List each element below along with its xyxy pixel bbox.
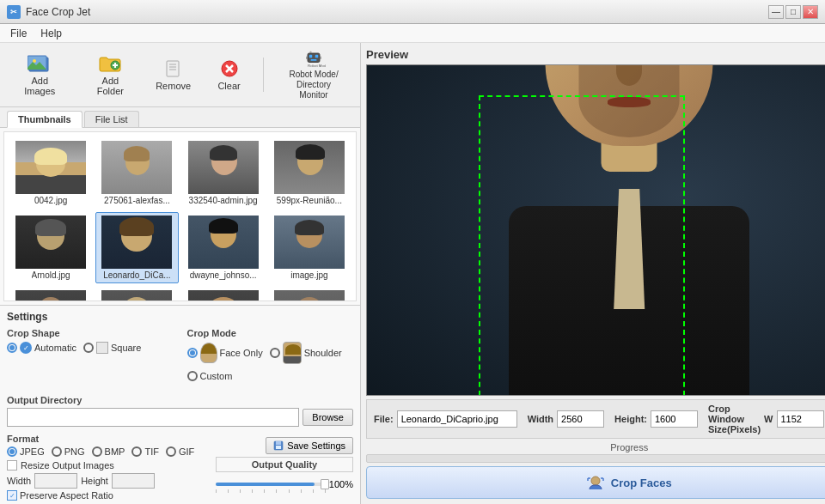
- width-input[interactable]: [557, 410, 604, 428]
- output-dir-input[interactable]: [7, 408, 299, 427]
- thumbnail-item[interactable]: 275061-alexfas...: [95, 137, 178, 209]
- thumbnails-area[interactable]: 0042.jpg 275061-alexfas...: [3, 131, 357, 301]
- format-gif[interactable]: GIF: [166, 446, 194, 457]
- crop-window-section: Crop Window Size(Pixels) W H: [708, 404, 825, 434]
- radio-tif[interactable]: [131, 446, 142, 457]
- tick: [313, 489, 314, 493]
- radio-square[interactable]: [83, 343, 94, 353]
- remove-button[interactable]: Remove: [148, 55, 199, 94]
- save-settings-button[interactable]: Save Settings: [266, 437, 353, 454]
- tick: [264, 489, 265, 493]
- crop-shape-square[interactable]: Square: [83, 342, 141, 354]
- slider-track: [216, 483, 326, 486]
- radio-face-only[interactable]: [187, 348, 198, 358]
- svg-rect-24: [276, 441, 281, 445]
- mouth: [608, 97, 651, 107]
- tabs: Thumbnails File List: [0, 107, 360, 128]
- thumbnail-image: [188, 141, 259, 194]
- radio-bmp[interactable]: [92, 446, 102, 457]
- crop-faces-label: Crop Faces: [611, 477, 672, 489]
- thumbnail-label: 599px-Reunião...: [277, 196, 342, 205]
- file-field: File:: [374, 410, 517, 428]
- thumbnail-image: [15, 141, 86, 194]
- clear-icon: [217, 58, 241, 79]
- tab-file-list[interactable]: File List: [84, 111, 139, 127]
- format-png[interactable]: PNG: [52, 446, 85, 457]
- crop-w-label: W: [764, 414, 773, 424]
- thumbnail-label: image.jpg: [290, 270, 327, 280]
- progress-bar: [366, 454, 825, 463]
- thumbnail-item[interactable]: Arnold.jpg: [9, 212, 92, 283]
- menu-file[interactable]: File: [3, 26, 34, 41]
- info-bar: File: Width Height: Crop Window Size(Pix…: [366, 399, 825, 439]
- robot-label: Robot Mode/Directory Monitor: [281, 70, 346, 100]
- thumbnail-image: [188, 216, 259, 269]
- thumbnail-label: dwayne_johnso...: [190, 270, 257, 280]
- thumbnail-label: 332540-admin.jpg: [189, 196, 258, 205]
- minimize-button[interactable]: —: [768, 5, 784, 19]
- remove-label: Remove: [156, 81, 191, 91]
- radio-jpeg[interactable]: [7, 446, 17, 457]
- radio-custom[interactable]: [187, 371, 198, 381]
- thumbnail-item[interactable]: image.jpg: [268, 212, 351, 283]
- preserve-label: Preserve Aspect Ratio: [20, 490, 113, 501]
- tick: [240, 489, 241, 493]
- progress-label: Progress: [366, 442, 825, 452]
- menu-help[interactable]: Help: [34, 26, 69, 41]
- add-folder-icon: [98, 53, 122, 74]
- svg-text:Robot Mode/: Robot Mode/: [308, 64, 326, 68]
- tab-thumbnails[interactable]: Thumbnails: [7, 111, 82, 128]
- png-label: PNG: [64, 446, 85, 457]
- radio-automatic[interactable]: [7, 343, 17, 353]
- resize-checkbox[interactable]: [7, 460, 17, 471]
- maximize-button[interactable]: □: [785, 5, 801, 19]
- format-bmp[interactable]: BMP: [92, 446, 125, 457]
- tick: [325, 489, 326, 493]
- height-input[interactable]: [651, 410, 698, 428]
- thumbnail-label: 0042.jpg: [34, 196, 67, 205]
- quality-label: Output Quality: [216, 457, 353, 472]
- slider-handle[interactable]: [321, 479, 329, 489]
- crop-mode-shoulder[interactable]: Shoulder: [270, 342, 342, 364]
- thumbnail-item[interactable]: [9, 287, 92, 301]
- resize-row: Resize Output Images: [7, 460, 202, 471]
- width-label: Width: [7, 476, 31, 486]
- width-input[interactable]: [34, 473, 77, 489]
- radio-shoulder[interactable]: [270, 348, 280, 358]
- preserve-checkbox[interactable]: ✓: [7, 490, 17, 501]
- crop-mode-group: Crop Mode Face Only: [187, 328, 354, 381]
- crop-mode-face-only[interactable]: Face Only: [187, 343, 263, 363]
- thumbnail-item[interactable]: [268, 287, 351, 301]
- tick: [216, 489, 217, 493]
- robot-mode-button[interactable]: Robot Mode/ Robot Mode/Directory Monitor: [274, 46, 353, 103]
- thumbnail-item[interactable]: 599px-Reunião...: [268, 137, 351, 209]
- file-input[interactable]: [397, 410, 517, 428]
- format-jpeg[interactable]: JPEG: [7, 446, 45, 457]
- svg-rect-17: [311, 59, 317, 61]
- add-folder-button[interactable]: Add Folder: [80, 50, 142, 100]
- thumbnail-item[interactable]: [95, 287, 178, 301]
- width-field: Width: [528, 410, 604, 428]
- crop-w-input[interactable]: [777, 410, 824, 428]
- close-button[interactable]: ✕: [803, 5, 818, 19]
- thumbnail-item[interactable]: dwayne_johnso...: [182, 212, 265, 283]
- svg-rect-16: [315, 55, 319, 58]
- crop-mode-custom[interactable]: Custom: [187, 371, 233, 381]
- format-tif[interactable]: TIF: [131, 446, 159, 457]
- crop-faces-button[interactable]: Crop Faces: [366, 466, 825, 499]
- thumbnail-item[interactable]: 0042.jpg: [9, 137, 92, 209]
- menu-bar: File Help: [0, 24, 825, 43]
- thumbnail-item[interactable]: Leonardo_DiCa...: [95, 212, 178, 283]
- thumbnail-item[interactable]: [182, 287, 265, 301]
- height-input[interactable]: [112, 473, 155, 489]
- preview-image: [367, 65, 825, 395]
- browse-button[interactable]: Browse: [302, 409, 353, 426]
- title-bar: ✂ Face Crop Jet — □ ✕: [0, 0, 825, 24]
- radio-png[interactable]: [52, 446, 62, 457]
- radio-gif[interactable]: [166, 446, 176, 457]
- thumbnail-item[interactable]: 332540-admin.jpg: [182, 137, 265, 209]
- clear-button[interactable]: Clear: [205, 55, 253, 94]
- thumbnails-grid: 0042.jpg 275061-alexfas...: [9, 137, 351, 301]
- add-images-button[interactable]: Add Images: [7, 50, 73, 100]
- crop-shape-automatic[interactable]: ✓ Automatic: [7, 342, 76, 354]
